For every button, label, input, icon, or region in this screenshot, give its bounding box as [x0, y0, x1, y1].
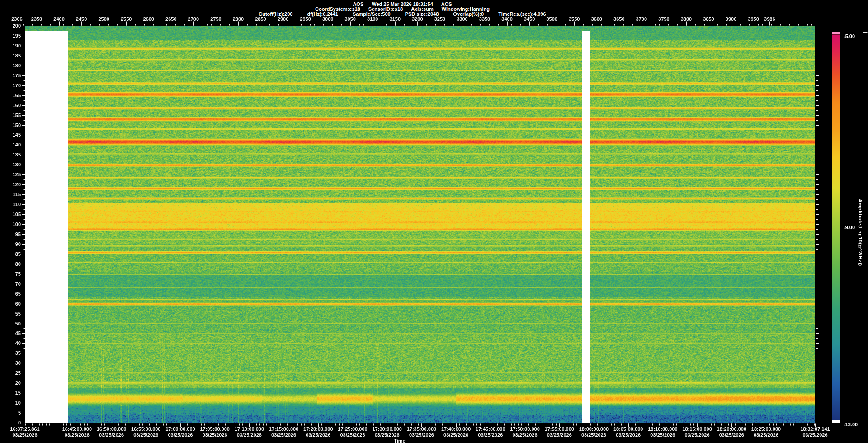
top-tick-label: 3400 [501, 16, 512, 22]
time-tick-label: 18:15:00.00003/25/2026 [682, 426, 712, 438]
date-value: 03/25/2026 [648, 432, 677, 438]
aos-spectrogram-app: AOSWed 25 Mar 2026 18:31:54AOS CoordSyst… [0, 0, 868, 443]
top-tick-label: 3850 [703, 16, 714, 22]
top-tick-label: 3950 [748, 16, 759, 22]
date-value: 03/25/2026 [131, 432, 160, 438]
time-tick-label: 17:05:00.00003/25/2026 [200, 426, 229, 438]
top-tick-label: 3986 [764, 16, 775, 22]
colorbar-bottom-cap [832, 420, 840, 423]
top-tick-label: 2650 [165, 16, 176, 22]
time-tick-label: 17:00:00.00003/25/2026 [165, 426, 195, 438]
time-value: 16:50:00.000 [97, 426, 126, 432]
freq-tick-label: 135 [0, 152, 21, 157]
time-value: 17:55:00.000 [545, 426, 574, 432]
date-value: 03/25/2026 [269, 432, 298, 438]
time-tick-label: 18:05:00.00003/25/2026 [613, 426, 643, 438]
freq-tick-label: 160 [0, 103, 21, 108]
time-tick-label: 17:40:00.00003/25/2026 [441, 426, 471, 438]
freq-tick-label: 175 [0, 73, 21, 78]
date-value: 03/25/2026 [165, 432, 195, 438]
time-value: 17:30:00.000 [372, 426, 401, 432]
time-tick-label: 18:25:00.00003/25/2026 [751, 426, 781, 438]
time-tick-label: 18:10:00.00003/25/2026 [648, 426, 677, 438]
time-value: 18:15:00.000 [682, 426, 712, 432]
freq-tick-label: 185 [0, 53, 21, 58]
freq-tick-label: 200 [0, 23, 21, 28]
top-tick-label: 2306 [11, 16, 22, 22]
top-tick-label: 2950 [300, 16, 311, 22]
freq-tick-label: 140 [0, 142, 21, 147]
spectrogram-canvas[interactable] [0, 0, 868, 443]
date-value: 03/25/2026 [372, 432, 401, 438]
top-tick-label: 3900 [726, 16, 736, 22]
top-tick-label: 2600 [143, 16, 154, 22]
freq-tick-label: 195 [0, 33, 21, 38]
time-value: 18:10:00.000 [648, 426, 677, 432]
time-value: 17:40:00.000 [441, 426, 471, 432]
top-tick-label: 2900 [278, 16, 288, 22]
freq-tick-label: 75 [0, 271, 21, 277]
top-tick-label: 3100 [367, 16, 378, 22]
time-axis-title: Time [384, 438, 415, 443]
colorbar-min-label: -13.00 [844, 422, 858, 427]
freq-tick-label: 90 [0, 241, 21, 247]
time-tick-label: 17:25:00.00003/25/2026 [338, 426, 367, 438]
colorbar-top-line [832, 34, 840, 35]
freq-tick-label: 50 [0, 321, 21, 326]
freq-tick-label: 110 [0, 202, 21, 207]
time-value: 16:45:00.000 [62, 426, 92, 432]
date-value: 03/25/2026 [579, 432, 609, 438]
date-value: 03/25/2026 [613, 432, 643, 438]
date-value: 03/25/2026 [682, 432, 712, 438]
time-value: 17:50:00.000 [510, 426, 539, 432]
colorbar-max-label: -5.00 [844, 33, 855, 39]
date-value: 03/25/2026 [751, 432, 781, 438]
top-tick-label: 2750 [210, 16, 221, 22]
freq-tick-label: 80 [0, 261, 21, 267]
time-value: 16:55:00.000 [131, 426, 160, 432]
time-tick-label: 17:10:00.00003/25/2026 [235, 426, 264, 438]
time-value: 18:25:00.000 [751, 426, 781, 432]
top-tick-label: 3350 [479, 16, 490, 22]
date-value: 03/25/2026 [510, 432, 539, 438]
freq-tick-label: 55 [0, 311, 21, 316]
top-tick-label: 3800 [681, 16, 692, 22]
time-value: 17:05:00.000 [200, 426, 229, 432]
time-tick-label: 16:55:00.00003/25/2026 [131, 426, 160, 438]
top-tick-label: 3600 [591, 16, 602, 22]
freq-tick-label: 125 [0, 172, 21, 177]
time-value: 18:00:00.000 [579, 426, 609, 432]
date-value: 03/25/2026 [800, 432, 830, 438]
date-value: 03/25/2026 [407, 432, 436, 438]
time-tick-label: 17:50:00.00003/25/2026 [510, 426, 539, 438]
top-tick-label: 3700 [636, 16, 647, 22]
top-tick-label: 3300 [457, 16, 467, 22]
top-tick-label: 3250 [434, 16, 445, 22]
colorbar-mid-label: -9.00 [844, 225, 855, 230]
time-value: 17:10:00.000 [235, 426, 264, 432]
time-tick-label: 17:15:00.00003/25/2026 [269, 426, 298, 438]
freq-tick-label: 65 [0, 291, 21, 297]
top-tick-label: 3000 [322, 16, 333, 22]
top-tick-label: 2550 [121, 16, 132, 22]
date-value: 03/25/2026 [200, 432, 229, 438]
top-tick-label: 2400 [53, 16, 64, 22]
freq-tick-label: 40 [0, 340, 21, 346]
date-value: 03/25/2026 [338, 432, 367, 438]
freq-tick-label: 15 [0, 390, 21, 396]
freq-tick-label: 155 [0, 113, 21, 118]
time-tick-label: 17:45:00.00003/25/2026 [476, 426, 505, 438]
freq-tick-label: 170 [0, 83, 21, 88]
date-value: 03/25/2026 [545, 432, 574, 438]
freq-tick-label: 25 [0, 370, 21, 376]
date-value: 03/25/2026 [62, 432, 92, 438]
time-tick-label: 17:20:00.00003/25/2026 [303, 426, 333, 438]
freq-tick-label: 150 [0, 123, 21, 128]
top-tick-label: 3150 [390, 16, 401, 22]
freq-tick-label: 10 [0, 400, 21, 405]
time-value: 17:45:00.000 [476, 426, 505, 432]
time-value: 17:25:00.000 [338, 426, 367, 432]
time-tick-label: 17:30:00.00003/25/2026 [372, 426, 401, 438]
top-tick-label: 3650 [613, 16, 624, 22]
date-value: 03/25/2026 [10, 432, 39, 438]
